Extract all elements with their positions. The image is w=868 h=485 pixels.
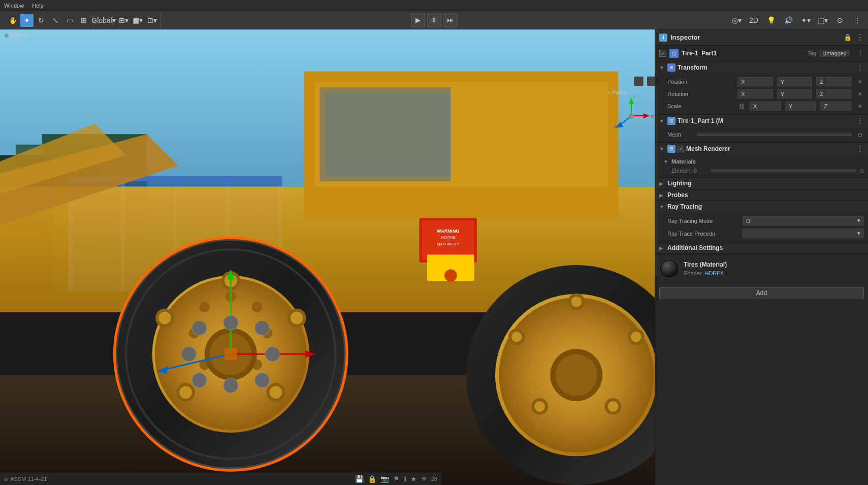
ray-tracing-mode-label: Ray Tracing Mode xyxy=(667,218,738,224)
svg-point-84 xyxy=(444,269,457,282)
scale-y[interactable]: Y xyxy=(785,102,817,111)
ray-tracing-body: Ray Tracing Mode D ▾ Ray Trace Procedu ▾ xyxy=(655,212,868,242)
rotation-row: Rotation X Y Z ✕ xyxy=(655,88,868,100)
audio-button[interactable]: 🔊 xyxy=(782,14,795,27)
rotation-reset-icon[interactable]: ✕ xyxy=(856,90,864,98)
pause-button[interactable]: ⏸ xyxy=(427,13,441,27)
snap-button[interactable]: ⊡▾ xyxy=(145,14,158,27)
svg-text:Y: Y xyxy=(633,94,636,100)
gizmo-button[interactable]: ⊙ xyxy=(833,14,847,27)
add-component-button[interactable]: Add xyxy=(659,287,864,299)
scale-link-icon[interactable]: ⛓ xyxy=(737,102,746,110)
tag-value[interactable]: Untagged xyxy=(819,50,850,57)
probes-section-header[interactable]: ▶ Probes xyxy=(655,189,868,201)
probes-arrow-icon: ▶ xyxy=(659,192,665,198)
ray-tracing-mode-value[interactable]: D ▾ xyxy=(743,216,864,225)
additional-settings-header[interactable]: ▶ Additional Settings xyxy=(655,242,868,253)
object-name: Tire-1_Part1 xyxy=(682,50,717,57)
svg-rect-95 xyxy=(634,77,644,86)
menu-window[interactable]: Window xyxy=(4,3,24,9)
object-active-checkbox[interactable]: ✓ xyxy=(659,50,666,57)
mesh-select-icon[interactable]: ⊙ xyxy=(856,131,864,139)
flag-icon[interactable]: ⚑ xyxy=(393,475,400,483)
star-icon[interactable]: ★ xyxy=(410,475,417,483)
rect-tool[interactable]: ▭ xyxy=(63,14,76,27)
materials-sub-title: Materials xyxy=(671,158,696,165)
inspector-panel: ℹ Inspector 🔒 ⋮ ✓ ⬡ Tire-1_Part1 Tag Unt… xyxy=(655,29,868,485)
fx-button[interactable]: ✦▾ xyxy=(799,14,812,27)
lock-inspector-icon[interactable]: 🔒 xyxy=(844,34,852,41)
scale-reset-icon[interactable]: ✕ xyxy=(856,102,864,110)
materials-subsection-header[interactable]: ▼ Materials xyxy=(655,157,868,166)
mesh-renderer-menu-icon[interactable]: ⋮ xyxy=(856,145,864,153)
lighting-section-header[interactable]: ▶ Lighting xyxy=(655,178,868,189)
svg-point-62 xyxy=(192,320,207,335)
save-icon[interactable]: 💾 xyxy=(355,475,364,483)
mesh-renderer-enabled-checkbox[interactable]: ✓ xyxy=(678,146,684,152)
tag-label: Tag xyxy=(808,50,817,56)
position-x[interactable]: X xyxy=(737,77,773,86)
mesh-renderer-header[interactable]: ▼ ⊞ ✓ Mesh Renderer ⋮ xyxy=(655,143,868,155)
position-y[interactable]: Y xyxy=(777,77,813,86)
scale-z[interactable]: Z xyxy=(820,102,852,111)
visibility-button[interactable]: ◎▾ xyxy=(730,14,743,27)
menu-help[interactable]: Help xyxy=(32,3,44,9)
hand-tool[interactable]: ✋ xyxy=(6,14,19,27)
scale-tool[interactable]: ⤡ xyxy=(49,14,62,27)
aspect-button[interactable]: ⬚▾ xyxy=(816,14,829,27)
inspector-body: ✓ ⬡ Tire-1_Part1 Tag Untagged ⋮ ▼ ⊕ Tran… xyxy=(655,46,868,485)
move-tool[interactable]: ✦ xyxy=(20,14,34,27)
step-button[interactable]: ⏭ xyxy=(443,13,458,27)
transform-menu-icon[interactable]: ⋮ xyxy=(856,63,864,72)
light-button[interactable]: 💡 xyxy=(764,14,778,27)
rotation-label: Rotation xyxy=(667,91,733,97)
transform-section-header[interactable]: ▼ ⊕ Transform ⋮ xyxy=(655,61,868,74)
element-0-select-icon[interactable]: ⊙ xyxy=(860,168,864,174)
2d-button[interactable]: 2D xyxy=(747,14,760,27)
scale-x[interactable]: X xyxy=(750,102,781,111)
transform-tool[interactable]: ⊞ xyxy=(77,14,90,27)
shader-value[interactable]: HDRP/L xyxy=(704,270,725,276)
ray-tracing-section-header[interactable]: ▼ Ray Tracing xyxy=(655,201,868,212)
transform-section: ▼ ⊕ Transform ⋮ Position X Y Z ✕ Rotatio… xyxy=(655,61,868,115)
mesh-row: Mesh ⊙ xyxy=(655,129,868,140)
eye-icon[interactable]: 👁 xyxy=(421,475,427,482)
mesh-filter-arrow-icon: ▼ xyxy=(659,118,665,124)
play-button[interactable]: ▶ xyxy=(411,13,425,27)
element-0-value[interactable] xyxy=(711,169,856,172)
object-type-icon: ⬡ xyxy=(669,49,679,58)
camera-icon[interactable]: 📷 xyxy=(380,475,389,483)
lock-icon[interactable]: 🔒 xyxy=(368,475,376,483)
layout-button[interactable]: ▦▾ xyxy=(131,14,144,27)
rotation-z[interactable]: Z xyxy=(816,89,852,99)
more-button[interactable]: ⋮ xyxy=(851,14,864,27)
position-reset-icon[interactable]: ✕ xyxy=(856,78,864,86)
svg-point-59 xyxy=(223,378,238,393)
info-icon[interactable]: ℹ xyxy=(404,475,406,483)
rotation-x[interactable]: X xyxy=(737,89,773,99)
pivot-tools: Global ▾ xyxy=(95,14,113,27)
object-menu-icon[interactable]: ⋮ xyxy=(857,49,864,57)
mesh-value[interactable] xyxy=(697,133,852,136)
pivot-label: Global xyxy=(91,16,112,24)
mesh-filter-header[interactable]: ▼ ⊞ Tire-1_Part 1 (M ⋮ xyxy=(655,115,868,127)
position-z[interactable]: Z xyxy=(816,77,852,86)
pivot-button[interactable]: Global ▾ xyxy=(97,14,110,27)
object-tag-area: Tag Untagged xyxy=(808,50,850,57)
transform-title: Transform xyxy=(678,64,854,71)
svg-text:Z: Z xyxy=(614,124,617,129)
material-info: Tires (Material) Shader HDRP/L xyxy=(684,261,864,276)
rotate-tool[interactable]: ↻ xyxy=(35,14,48,27)
svg-point-69 xyxy=(571,297,582,307)
probes-section: ▶ Probes xyxy=(655,189,868,201)
ray-trace-procedure-value[interactable]: ▾ xyxy=(743,229,864,238)
material-swatch[interactable] xyxy=(659,258,680,279)
mesh-filter-menu-icon[interactable]: ⋮ xyxy=(856,117,864,125)
additional-settings-section: ▶ Additional Settings xyxy=(655,242,868,254)
materials-arrow-icon: ▼ xyxy=(663,159,669,165)
layer-tools: ⊞▾ ▦▾ ⊡▾ xyxy=(115,14,161,27)
rotation-y[interactable]: Y xyxy=(777,89,813,99)
viewport[interactable]: WARNING MOVING MACHINERY Y xyxy=(0,29,655,485)
inspector-menu-icon[interactable]: ⋮ xyxy=(856,33,864,42)
layers-button[interactable]: ⊞▾ xyxy=(117,14,130,27)
